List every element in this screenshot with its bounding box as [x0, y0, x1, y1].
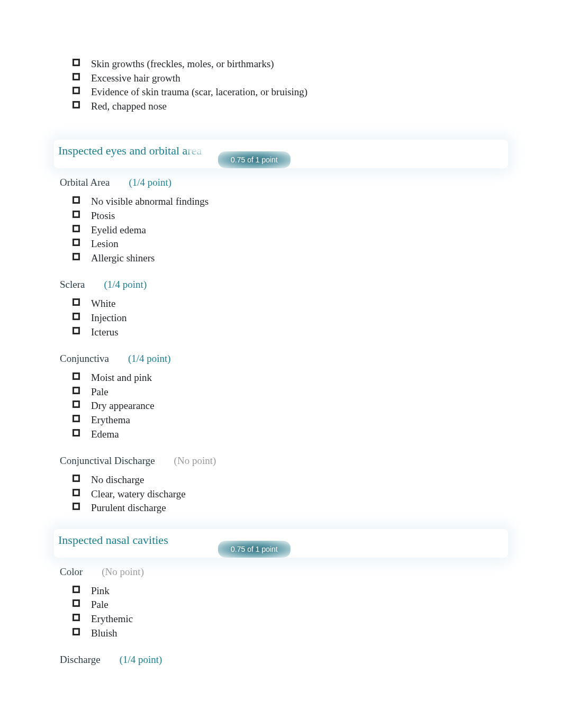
- bullet-icon: 🞐: [72, 473, 78, 485]
- bullet-icon: 🞐: [72, 626, 78, 638]
- list-item-text: Allergic shiners: [91, 252, 155, 263]
- bullet-icon: 🞐: [72, 487, 78, 499]
- list-item: 🞐Dry appearance: [72, 399, 504, 413]
- list-item: 🞐No visible abnormal findings: [72, 195, 504, 209]
- bullet-icon: 🞐: [72, 251, 78, 263]
- findings-list: 🞐Moist and pink🞐Pale🞐Dry appearance🞐Eryt…: [58, 371, 504, 441]
- bullet-icon: 🞐: [72, 399, 78, 411]
- bullet-icon: 🞐: [72, 209, 78, 221]
- findings-list: 🞐Pink🞐Pale🞐Erythemic🞐Bluish: [58, 584, 504, 640]
- list-item-text: Pink: [91, 585, 110, 596]
- bullet-icon: 🞐: [72, 237, 78, 249]
- bullet-icon: 🞐: [72, 598, 78, 609]
- subheading-label: Sclera: [60, 279, 85, 290]
- list-item: 🞐Evidence of skin trauma (scar, lacerati…: [72, 85, 504, 99]
- list-item-text: Bluish: [91, 627, 117, 639]
- list-item-text: White: [91, 298, 115, 309]
- list-item-text: Edema: [91, 429, 119, 440]
- list-item: 🞐Pink: [72, 584, 504, 598]
- list-item-text: Dry appearance: [91, 400, 155, 411]
- bullet-icon: 🞐: [72, 195, 78, 206]
- list-item: 🞐Erythemic: [72, 612, 504, 626]
- subheading: Discharge(1/4 point): [58, 654, 504, 666]
- bullet-icon: 🞐: [72, 99, 78, 111]
- subheading-label: Color: [60, 566, 83, 577]
- subheading-points: (1/4 point): [129, 177, 171, 188]
- bullet-icon: 🞐: [72, 325, 78, 337]
- list-item: 🞐Ptosis: [72, 209, 504, 223]
- list-item: 🞐No discharge: [72, 473, 504, 487]
- list-item: 🞐Pale: [72, 385, 504, 399]
- bullet-icon: 🞐: [72, 371, 78, 383]
- list-item-text: Purulent discharge: [91, 502, 166, 513]
- list-item-text: No visible abnormal findings: [91, 196, 209, 207]
- subheading-label: Discharge: [60, 654, 101, 665]
- list-item: 🞐Bluish: [72, 626, 504, 641]
- point-badge: 0.75 of 1 point: [218, 541, 291, 558]
- list-item: 🞐Purulent discharge: [72, 501, 504, 515]
- findings-list: 🞐No visible abnormal findings🞐Ptosis🞐Eye…: [58, 195, 504, 265]
- list-item-text: Lesion: [91, 238, 119, 249]
- list-item: 🞐Edema: [72, 427, 504, 442]
- list-item-text: Pale: [91, 386, 108, 397]
- bullet-icon: 🞐: [72, 385, 78, 397]
- subheading-points: (1/4 point): [104, 279, 147, 290]
- bullet-icon: 🞐: [72, 223, 78, 235]
- list-item: 🞐Red, chapped nose: [72, 99, 504, 114]
- list-item: 🞐Eyelid edema: [72, 223, 504, 238]
- top-findings-list: 🞐Skin growths (freckles, moles, or birth…: [58, 57, 504, 113]
- list-item: 🞐Excessive hair growth: [72, 71, 504, 86]
- list-item: 🞐Allergic shiners: [72, 251, 504, 266]
- subheading: Color(No point): [58, 566, 504, 578]
- subheading-points: (1/4 point): [128, 353, 171, 364]
- bullet-icon: 🞐: [72, 427, 78, 439]
- list-item-text: Evidence of skin trauma (scar, laceratio…: [91, 86, 307, 97]
- list-item: 🞐Skin growths (freckles, moles, or birth…: [72, 57, 504, 71]
- subheading: Orbital Area(1/4 point): [58, 177, 504, 188]
- subheading-label: Orbital Area: [60, 177, 110, 188]
- list-item: 🞐Icterus: [72, 325, 504, 340]
- section-header: Inspected nasal cavities0.75 of 1 point: [54, 529, 508, 558]
- list-item-text: Excessive hair growth: [91, 72, 180, 84]
- subheading: Sclera(1/4 point): [58, 279, 504, 290]
- list-item-text: Pale: [91, 599, 108, 610]
- bullet-icon: 🞐: [72, 85, 78, 97]
- subheading-points: (No point): [102, 566, 144, 577]
- bullet-icon: 🞐: [72, 71, 78, 83]
- subheading-label: Conjunctiva: [60, 353, 109, 364]
- list-item-text: Moist and pink: [91, 372, 152, 383]
- bullet-icon: 🞐: [72, 584, 78, 596]
- bullet-icon: 🞐: [72, 501, 78, 513]
- list-item: 🞐Moist and pink: [72, 371, 504, 385]
- list-item: 🞐Clear, watery discharge: [72, 487, 504, 502]
- list-item: 🞐Erythema: [72, 413, 504, 427]
- list-item-text: No discharge: [91, 474, 144, 485]
- bullet-icon: 🞐: [72, 297, 78, 308]
- list-item: 🞐Injection: [72, 311, 504, 325]
- subheading: Conjunctiva(1/4 point): [58, 353, 504, 365]
- subheading: Conjunctival Discharge(No point): [58, 455, 504, 467]
- list-item: 🞐Pale: [72, 598, 504, 612]
- list-item-text: Ptosis: [91, 210, 115, 221]
- list-item-text: Skin growths (freckles, moles, or birthm…: [91, 58, 274, 69]
- list-item-text: Eyelid edema: [91, 224, 146, 235]
- list-item: 🞐Lesion: [72, 237, 504, 251]
- list-item-text: Clear, watery discharge: [91, 488, 186, 499]
- list-item-text: Red, chapped nose: [91, 101, 167, 112]
- list-item-text: Icterus: [91, 326, 119, 338]
- list-item: 🞐White: [72, 297, 504, 311]
- bullet-icon: 🞐: [72, 57, 78, 69]
- list-item-text: Erythema: [91, 414, 130, 425]
- subheading-label: Conjunctival Discharge: [60, 455, 155, 466]
- subheading-points: (No point): [174, 455, 216, 466]
- point-badge: 0.75 of 1 point: [218, 151, 291, 168]
- bullet-icon: 🞐: [72, 413, 78, 425]
- list-item-text: Erythemic: [91, 613, 133, 624]
- section-header: Inspected eyes and orbital area0.75 of 1…: [54, 140, 508, 168]
- bullet-icon: 🞐: [72, 311, 78, 323]
- findings-list: 🞐No discharge🞐Clear, watery discharge🞐Pu…: [58, 473, 504, 515]
- subheading-points: (1/4 point): [120, 654, 162, 665]
- findings-list: 🞐White🞐Injection🞐Icterus: [58, 297, 504, 339]
- list-item-text: Injection: [91, 312, 127, 323]
- bullet-icon: 🞐: [72, 612, 78, 624]
